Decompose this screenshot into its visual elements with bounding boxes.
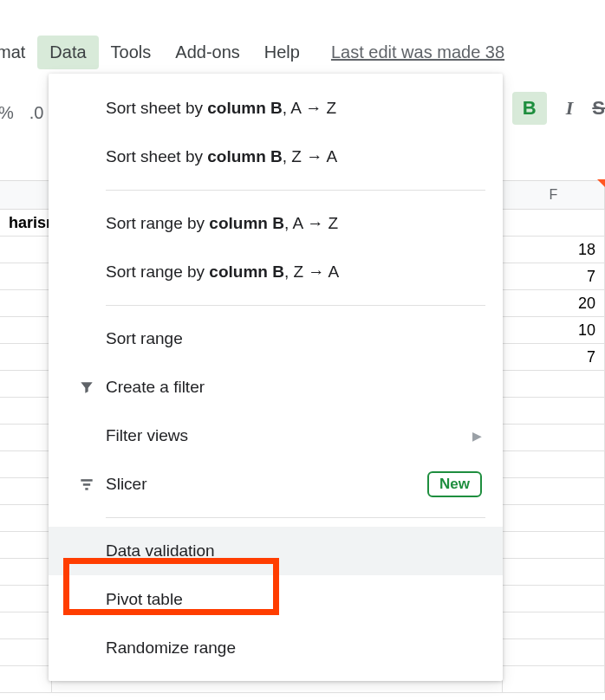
cell[interactable]: 7 <box>503 263 605 289</box>
menu-item-create-filter[interactable]: Create a filter <box>49 363 503 412</box>
menu-separator <box>106 305 485 306</box>
cell[interactable] <box>0 478 52 504</box>
slicer-icon <box>68 476 106 493</box>
menu-format[interactable]: mat <box>0 36 37 69</box>
cell[interactable] <box>0 612 52 638</box>
cell[interactable] <box>503 612 605 638</box>
cell[interactable] <box>503 371 605 397</box>
cell[interactable] <box>0 317 52 343</box>
menu-item-slicer[interactable]: Slicer New <box>49 460 503 509</box>
menu-item-sort-sheet-az[interactable]: Sort sheet by column B, A → Z <box>49 84 503 133</box>
cell[interactable] <box>0 344 52 370</box>
menu-item-sort-range-az[interactable]: Sort range by column B, A → Z <box>49 199 503 248</box>
menu-addons[interactable]: Add-ons <box>163 36 252 69</box>
cell[interactable] <box>0 505 52 531</box>
strikethrough-button[interactable]: S <box>592 97 605 120</box>
menu-item-label: Sort range <box>106 329 482 348</box>
cell[interactable] <box>503 398 605 424</box>
cell[interactable] <box>0 425 52 450</box>
cell[interactable] <box>0 263 52 289</box>
cell[interactable] <box>0 371 52 397</box>
data-menu: Sort sheet by column B, A → Z Sort sheet… <box>49 74 503 681</box>
cell[interactable] <box>0 451 52 477</box>
cell[interactable] <box>503 586 605 612</box>
svg-rect-2 <box>85 488 88 490</box>
svg-rect-0 <box>81 479 92 482</box>
menu-item-label: Sort sheet by column B, A → Z <box>106 99 482 118</box>
cell[interactable] <box>503 639 605 665</box>
cell[interactable] <box>0 290 52 316</box>
menu-item-label: Sort range by column B, A → Z <box>106 214 482 233</box>
menu-item-label: Create a filter <box>106 378 482 397</box>
submenu-arrow-icon: ▶ <box>472 429 482 443</box>
cell[interactable] <box>0 398 52 424</box>
menu-help[interactable]: Help <box>252 36 312 69</box>
cell[interactable] <box>0 559 52 585</box>
menu-item-label: Sort range by column B, Z → A <box>106 262 482 282</box>
cell[interactable]: 10 <box>503 317 605 343</box>
menu-item-label: Pivot table <box>106 590 482 609</box>
menu-tools[interactable]: Tools <box>99 36 164 69</box>
cell[interactable]: 18 <box>503 237 605 262</box>
menu-separator <box>106 517 485 518</box>
menu-item-label: Slicer <box>106 475 427 494</box>
last-edit-link[interactable]: Last edit was made 38 <box>331 42 504 62</box>
column-header-label: F <box>550 187 558 203</box>
menu-separator <box>106 190 485 191</box>
decrease-decimal-button[interactable]: .0 <box>29 103 44 123</box>
italic-button[interactable]: I <box>566 97 574 120</box>
cell[interactable] <box>503 478 605 504</box>
cell[interactable] <box>503 425 605 450</box>
column-header[interactable] <box>0 180 52 210</box>
cell[interactable]: harisn <box>0 210 52 236</box>
cell[interactable] <box>503 210 605 236</box>
cell[interactable] <box>0 586 52 612</box>
cell[interactable]: 7 <box>503 344 605 370</box>
cell[interactable] <box>0 666 52 692</box>
cell[interactable] <box>503 666 605 692</box>
toolbar-text-styles: B I S <box>512 92 605 125</box>
cell[interactable] <box>0 639 52 665</box>
cell[interactable] <box>503 559 605 585</box>
menu-bar: mat Data Tools Add-ons Help Last edit wa… <box>0 33 605 71</box>
menu-item-label: Randomize range <box>106 638 482 658</box>
new-badge: New <box>427 471 482 497</box>
cell[interactable] <box>0 532 52 558</box>
svg-rect-1 <box>83 483 90 486</box>
comment-indicator-icon <box>597 179 605 188</box>
menu-item-sort-range-za[interactable]: Sort range by column B, Z → A <box>49 248 503 296</box>
menu-item-pivot-table[interactable]: Pivot table <box>49 575 503 624</box>
cell[interactable] <box>503 532 605 558</box>
cell[interactable]: 20 <box>503 290 605 316</box>
menu-item-label: Filter views <box>106 426 472 445</box>
menu-item-label: Data validation <box>106 541 482 561</box>
menu-item-filter-views[interactable]: Filter views ▶ <box>49 412 503 460</box>
menu-item-randomize-range[interactable]: Randomize range <box>49 624 503 672</box>
filter-icon <box>68 379 106 396</box>
format-percent-button[interactable]: % <box>0 103 14 123</box>
menu-data[interactable]: Data <box>37 36 98 69</box>
cell[interactable] <box>0 237 52 262</box>
bold-button[interactable]: B <box>512 92 547 125</box>
cell[interactable] <box>503 505 605 531</box>
menu-item-data-validation[interactable]: Data validation <box>49 527 503 575</box>
menu-item-sort-range[interactable]: Sort range <box>49 314 503 363</box>
column-header-f[interactable]: F <box>503 180 605 210</box>
cell[interactable] <box>503 451 605 477</box>
menu-item-label: Sort sheet by column B, Z → A <box>106 147 482 166</box>
menu-item-sort-sheet-za[interactable]: Sort sheet by column B, Z → A <box>49 133 503 181</box>
